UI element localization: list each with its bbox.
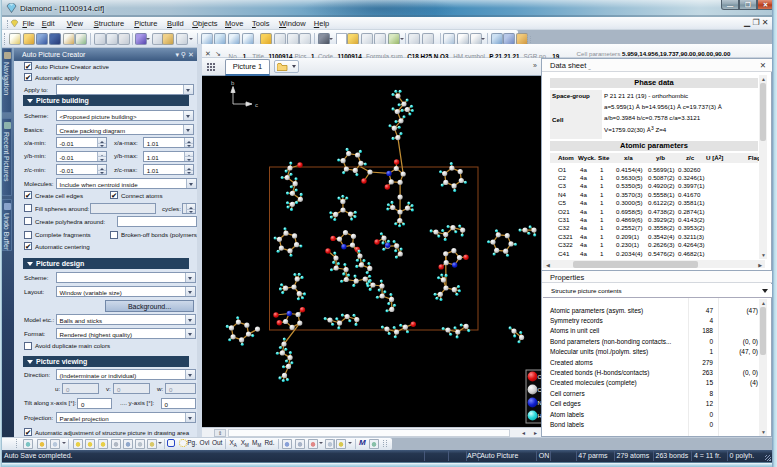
svg-text:c: c (255, 102, 258, 108)
